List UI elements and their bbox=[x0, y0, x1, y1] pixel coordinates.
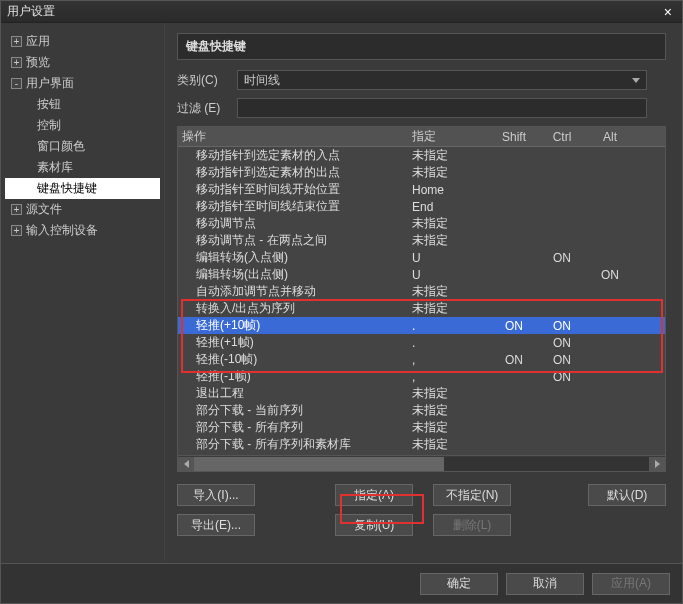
tree-node[interactable]: +应用 bbox=[5, 31, 160, 52]
tree-node[interactable]: 按钮 bbox=[5, 94, 160, 115]
tree-node[interactable]: 键盘快捷键 bbox=[5, 178, 160, 199]
tree-node[interactable]: +预览 bbox=[5, 52, 160, 73]
cell-assign: . bbox=[412, 319, 490, 333]
footer: 确定 取消 应用(A) bbox=[1, 563, 682, 603]
scroll-thumb[interactable] bbox=[194, 457, 444, 471]
table-row[interactable]: 轻推(+10帧).ONON bbox=[178, 317, 665, 334]
cell-op: 编辑转场(出点侧) bbox=[196, 266, 412, 283]
apply-button[interactable]: 应用(A) bbox=[592, 573, 670, 595]
copy-button[interactable]: 复制(U) bbox=[335, 514, 413, 536]
category-select[interactable]: 时间线 bbox=[237, 70, 647, 90]
import-button[interactable]: 导入(I)... bbox=[177, 484, 255, 506]
expand-icon[interactable]: + bbox=[11, 225, 22, 236]
table-row[interactable]: 轻推(+1帧).ON bbox=[178, 334, 665, 351]
collapse-icon[interactable]: - bbox=[11, 78, 22, 89]
cell-assign: U bbox=[412, 268, 490, 282]
cell-assign: 未指定 bbox=[412, 436, 490, 453]
expand-icon[interactable]: + bbox=[11, 204, 22, 215]
table-row[interactable]: 退出工程未指定 bbox=[178, 385, 665, 402]
tree-node[interactable]: 控制 bbox=[5, 115, 160, 136]
tree-label: 应用 bbox=[26, 34, 50, 48]
cell-assign: Home bbox=[412, 183, 490, 197]
cell-op: 移动调节点 - 在两点之间 bbox=[196, 232, 412, 249]
th-ctrl: Ctrl bbox=[538, 130, 586, 144]
cell-op: 部分下载 - 所有序列 bbox=[196, 419, 412, 436]
tree-label: 控制 bbox=[37, 118, 61, 132]
table-row[interactable]: 部分下载 - 当前序列未指定 bbox=[178, 402, 665, 419]
th-alt: Alt bbox=[586, 130, 634, 144]
cell-op: 移动指针至时间线开始位置 bbox=[196, 181, 412, 198]
tree-node[interactable]: -用户界面 bbox=[5, 73, 160, 94]
cell-assign: 未指定 bbox=[412, 147, 490, 164]
cell-alt: ON bbox=[586, 268, 634, 282]
cell-assign: 未指定 bbox=[412, 283, 490, 300]
cell-ctrl: ON bbox=[538, 251, 586, 265]
cell-assign: , bbox=[412, 370, 490, 384]
cell-assign: . bbox=[412, 336, 490, 350]
table-row[interactable]: 编辑转场(出点侧)UON bbox=[178, 266, 665, 283]
tree-node[interactable]: 素材库 bbox=[5, 157, 160, 178]
table-row[interactable]: 转换入/出点为序列未指定 bbox=[178, 300, 665, 317]
default-button[interactable]: 默认(D) bbox=[588, 484, 666, 506]
table-body[interactable]: 移动指针到选定素材的入点未指定移动指针到选定素材的出点未指定移动指针至时间线开始… bbox=[178, 147, 665, 455]
table-row[interactable]: 自动添加调节点并移动未指定 bbox=[178, 283, 665, 300]
content: +应用+预览-用户界面按钮控制窗口颜色素材库键盘快捷键+源文件+输入控制设备 键… bbox=[1, 23, 682, 561]
cell-assign: 未指定 bbox=[412, 419, 490, 436]
table-row[interactable]: 移动指针至时间线开始位置Home bbox=[178, 181, 665, 198]
cell-ctrl: ON bbox=[538, 336, 586, 350]
cell-op: 部分下载 - 当前序列 bbox=[196, 402, 412, 419]
titlebar: 用户设置 × bbox=[1, 1, 682, 23]
table-row[interactable]: 部分下载 - 所有序列未指定 bbox=[178, 419, 665, 436]
table-row[interactable]: 移动调节点未指定 bbox=[178, 215, 665, 232]
tree-label: 按钮 bbox=[37, 97, 61, 111]
table-row[interactable]: 部分下载 - 所有序列和素材库未指定 bbox=[178, 436, 665, 453]
scroll-right-icon[interactable] bbox=[649, 457, 665, 471]
cancel-button[interactable]: 取消 bbox=[506, 573, 584, 595]
close-icon[interactable]: × bbox=[660, 4, 676, 20]
expand-icon[interactable]: + bbox=[11, 57, 22, 68]
tree-node[interactable]: 窗口颜色 bbox=[5, 136, 160, 157]
expand-icon[interactable]: + bbox=[11, 36, 22, 47]
ok-button[interactable]: 确定 bbox=[420, 573, 498, 595]
category-value: 时间线 bbox=[244, 72, 280, 89]
cell-assign: 未指定 bbox=[412, 402, 490, 419]
table-row[interactable]: 轻推(-10帧),ONON bbox=[178, 351, 665, 368]
delete-button[interactable]: 删除(L) bbox=[433, 514, 511, 536]
category-label: 类别(C) bbox=[177, 72, 237, 89]
th-operation: 操作 bbox=[182, 128, 412, 145]
cell-assign: 未指定 bbox=[412, 300, 490, 317]
nav-tree[interactable]: +应用+预览-用户界面按钮控制窗口颜色素材库键盘快捷键+源文件+输入控制设备 bbox=[1, 23, 165, 561]
scroll-left-icon[interactable] bbox=[178, 457, 194, 471]
table-row[interactable]: 移动指针至时间线结束位置End bbox=[178, 198, 665, 215]
panel-title: 键盘快捷键 bbox=[177, 33, 666, 60]
tree-label: 预览 bbox=[26, 55, 50, 69]
h-scrollbar[interactable] bbox=[178, 455, 665, 471]
filter-input[interactable] bbox=[237, 98, 647, 118]
cell-assign: U bbox=[412, 251, 490, 265]
tree-node[interactable]: +源文件 bbox=[5, 199, 160, 220]
scroll-track[interactable] bbox=[194, 457, 649, 471]
cell-op: 退出工程 bbox=[196, 385, 412, 402]
table-row[interactable]: 移动调节点 - 在两点之间未指定 bbox=[178, 232, 665, 249]
cell-op: 轻推(-10帧) bbox=[196, 351, 412, 368]
tree-node[interactable]: +输入控制设备 bbox=[5, 220, 160, 241]
table-row[interactable]: 移动指针到选定素材的入点未指定 bbox=[178, 147, 665, 164]
export-button[interactable]: 导出(E)... bbox=[177, 514, 255, 536]
cell-shift: ON bbox=[490, 353, 538, 367]
assign-button[interactable]: 指定(A) bbox=[335, 484, 413, 506]
cell-assign: 未指定 bbox=[412, 164, 490, 181]
shortcut-table: 操作 指定 Shift Ctrl Alt 移动指针到选定素材的入点未指定移动指针… bbox=[177, 126, 666, 472]
table-row[interactable]: 轻推(-1帧),ON bbox=[178, 368, 665, 385]
cell-ctrl: ON bbox=[538, 353, 586, 367]
tree-label: 输入控制设备 bbox=[26, 223, 98, 237]
tree-label: 用户界面 bbox=[26, 76, 74, 90]
table-row[interactable]: 移动指针到选定素材的出点未指定 bbox=[178, 164, 665, 181]
cell-ctrl: ON bbox=[538, 370, 586, 384]
settings-window: 用户设置 × +应用+预览-用户界面按钮控制窗口颜色素材库键盘快捷键+源文件+输… bbox=[0, 0, 683, 604]
cell-assign: 未指定 bbox=[412, 385, 490, 402]
table-row[interactable]: 编辑转场(入点侧)UON bbox=[178, 249, 665, 266]
cell-assign: , bbox=[412, 353, 490, 367]
unassign-button[interactable]: 不指定(N) bbox=[433, 484, 511, 506]
filter-label: 过滤 (E) bbox=[177, 100, 237, 117]
table-row[interactable]: 音频偏移未指定 bbox=[178, 453, 665, 455]
